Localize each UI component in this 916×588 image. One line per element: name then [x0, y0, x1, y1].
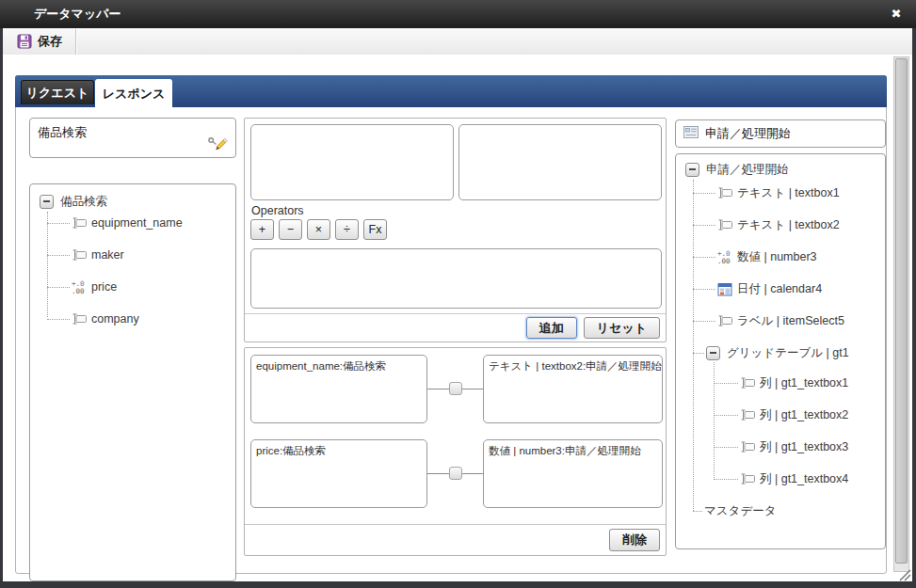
- save-icon: [17, 34, 33, 49]
- mapping-list: equipment_name:備品検索 テキスト | textbox2:申請／処…: [244, 347, 667, 556]
- operand-slot-left[interactable]: [250, 124, 454, 200]
- mapping-footer: 削除: [245, 524, 666, 555]
- tab-bar: リクエスト レスポンス: [15, 75, 887, 107]
- close-icon[interactable]: ✖: [889, 7, 904, 22]
- tree-item-gt1-textbox3[interactable]: 列 | gt1_textbox3: [676, 431, 883, 463]
- tree-item-company[interactable]: company: [30, 303, 233, 335]
- vertical-scrollbar[interactable]: [893, 56, 909, 572]
- operators-label: Operators: [251, 204, 304, 217]
- tree-item-itemselect5[interactable]: ラベル | itemSelect5: [676, 305, 883, 337]
- form-icon: [683, 126, 699, 141]
- mapping-checkbox[interactable]: [449, 467, 462, 480]
- textfield-icon: [717, 186, 733, 199]
- dialog-titlebar[interactable]: データマッパー ✖: [0, 0, 916, 28]
- collapse-minus-icon[interactable]: [685, 163, 699, 177]
- save-label: 保存: [38, 33, 62, 50]
- expression-footer: 追加 リセット: [245, 313, 666, 342]
- number-icon: +.0.00: [717, 249, 733, 264]
- source-tree: 備品検索 equipment_name maker: [30, 184, 235, 580]
- toolbar-separator: [75, 29, 76, 55]
- tab-response[interactable]: レスポンス: [95, 79, 172, 107]
- toolbar: 保存: [3, 28, 912, 56]
- tree-item-maker[interactable]: maker: [30, 239, 233, 271]
- edit-pencil-icon[interactable]: [207, 135, 230, 155]
- textfield-icon: [72, 248, 88, 262]
- tree-group-gt1[interactable]: グリッドテーブル | gt1: [676, 337, 883, 369]
- textfield-icon: [740, 408, 756, 421]
- tree-item-equipment-name[interactable]: equipment_name: [30, 207, 233, 239]
- tree-item-calendar4[interactable]: 日付 | calendar4: [676, 273, 883, 305]
- mapping-row: equipment_name:備品検索 テキスト | textbox2:申請／処…: [250, 355, 663, 423]
- tree-item-gt1-textbox1[interactable]: 列 | gt1_textbox1: [676, 367, 883, 399]
- mapping-checkbox[interactable]: [449, 382, 462, 395]
- operator-buttons: + − × ÷ Fx: [250, 219, 387, 240]
- textfield-icon: [740, 376, 756, 389]
- tree-item-gt1-textbox4[interactable]: 列 | gt1_textbox4: [676, 463, 883, 495]
- divide-operator-button[interactable]: ÷: [335, 219, 359, 240]
- textfield-icon: [717, 218, 733, 231]
- textfield-icon: [740, 472, 756, 485]
- operand-slot-right[interactable]: [458, 124, 662, 200]
- tree-item-number3[interactable]: +.0.00 数値 | number3: [676, 241, 883, 273]
- calendar-icon: [717, 282, 733, 296]
- expression-builder: Operators + − × ÷ Fx 追加 リセット: [244, 118, 667, 342]
- tab-request[interactable]: リクエスト: [21, 80, 94, 104]
- mapping-source-box[interactable]: price:備品検索: [250, 439, 427, 508]
- source-tree-panel: 備品検索 equipment_name maker: [29, 183, 236, 581]
- mapper-panel: リクエスト レスポンス 備品検索 備品検索: [15, 75, 887, 574]
- formula-area[interactable]: [250, 248, 662, 309]
- resize-handle-icon[interactable]: [898, 568, 911, 581]
- textfield-icon: [72, 312, 88, 326]
- source-title: 備品検索: [38, 125, 87, 139]
- save-button[interactable]: 保存: [11, 30, 68, 53]
- target-title-box: 申請／処理開始: [675, 119, 886, 148]
- tree-item-masterdata[interactable]: マスタデータ: [676, 495, 883, 527]
- collapse-minus-icon[interactable]: [706, 346, 720, 360]
- tree-item-gt1-textbox2[interactable]: 列 | gt1_textbox2: [676, 399, 883, 431]
- target-title: 申請／処理開始: [705, 125, 791, 142]
- minus-operator-button[interactable]: −: [279, 219, 302, 240]
- add-button[interactable]: 追加: [526, 317, 577, 339]
- source-title-box[interactable]: 備品検索: [29, 118, 236, 158]
- multiply-operator-button[interactable]: ×: [307, 219, 330, 240]
- delete-button[interactable]: 削除: [609, 529, 660, 551]
- target-tree-panel: 申請／処理開始 テキスト | textbox1 テキスト | textbox2: [675, 153, 886, 549]
- dialog-title: データマッパー: [0, 6, 121, 23]
- tree-item-price[interactable]: +.0.00 price: [30, 271, 233, 303]
- function-operator-button[interactable]: Fx: [363, 219, 387, 240]
- tree-item-textbox1[interactable]: テキスト | textbox1: [676, 177, 883, 209]
- textfield-icon: [717, 314, 733, 327]
- mapping-source-box[interactable]: equipment_name:備品検索: [250, 355, 427, 423]
- scrollbar-thumb[interactable]: [895, 58, 908, 564]
- textfield-icon: [740, 440, 756, 453]
- textfield-icon: [72, 216, 88, 230]
- plus-operator-button[interactable]: +: [250, 219, 274, 240]
- tree-item-textbox2[interactable]: テキスト | textbox2: [676, 209, 883, 241]
- number-icon: +.0.00: [72, 279, 88, 294]
- svg-text:.00: .00: [72, 287, 85, 294]
- target-tree: 申請／処理開始 テキスト | textbox1 テキスト | textbox2: [676, 154, 885, 548]
- mapping-target-box[interactable]: テキスト | textbox2:申請／処理開始: [483, 355, 663, 423]
- reset-button[interactable]: リセット: [584, 317, 660, 339]
- dialog-content: リクエスト レスポンス 備品検索 備品検索: [3, 55, 912, 581]
- mapping-row: price:備品検索 数値 | number3:申請／処理開始: [250, 439, 663, 508]
- mapping-target-box[interactable]: 数値 | number3:申請／処理開始: [483, 439, 663, 508]
- svg-text:.00: .00: [717, 257, 731, 264]
